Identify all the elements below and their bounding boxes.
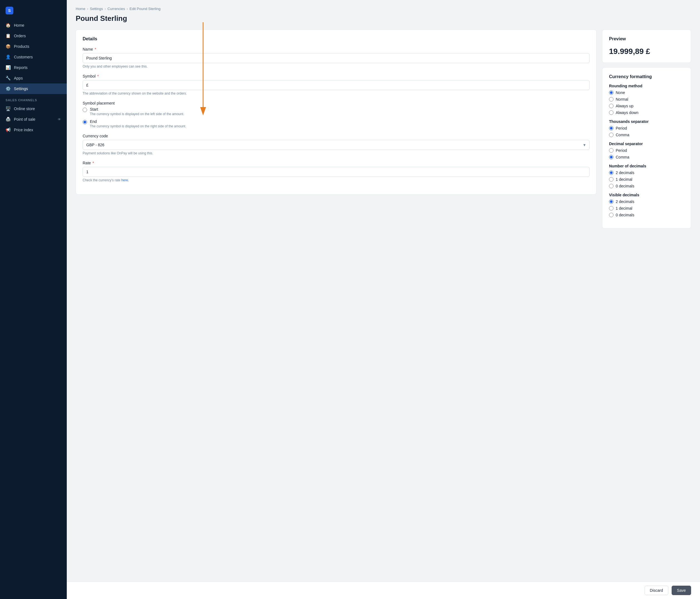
thousands-period[interactable]: Period: [609, 126, 684, 130]
vis-decimals-1-radio[interactable]: [609, 206, 614, 210]
vis-decimals-0[interactable]: 0 decimals: [609, 213, 684, 217]
thousands-period-label: Period: [616, 126, 627, 130]
details-card: Details Name * Only you and other employ…: [76, 29, 597, 195]
rate-field-group: Rate * Check the currency's rate here.: [83, 161, 590, 182]
sidebar-item-reports[interactable]: 📊 Reports: [0, 62, 67, 73]
rounding-always-down-radio[interactable]: [609, 110, 614, 115]
edit-layout: Details Name * Only you and other employ…: [76, 29, 691, 233]
num-decimals-1-label: 1 decimal: [616, 177, 632, 182]
rounding-normal-label: Normal: [616, 97, 628, 102]
rate-hint: Check the currency's rate here.: [83, 178, 590, 182]
num-decimals-2[interactable]: 2 decimals: [609, 171, 684, 175]
rounding-normal[interactable]: Normal: [609, 97, 684, 102]
sidebar-item-customers[interactable]: 👤 Customers: [0, 52, 67, 62]
symbol-placement-end[interactable]: End The currency symbol is displayed on …: [83, 119, 590, 128]
rounding-method-label: Rounding method: [609, 84, 684, 88]
sidebar-item-point-of-sale[interactable]: 🖨️ Point of sale 👁: [0, 114, 67, 125]
home-icon: 🏠: [5, 23, 10, 28]
eye-icon: 👁: [57, 118, 61, 122]
name-label: Name *: [83, 47, 590, 51]
symbol-label: Symbol *: [83, 74, 590, 78]
rounding-always-up-radio[interactable]: [609, 104, 614, 108]
end-label: End: [90, 119, 186, 124]
rounding-normal-radio[interactable]: [609, 97, 614, 102]
symbol-placement-start-radio[interactable]: [83, 108, 87, 112]
vis-decimals-1[interactable]: 1 decimal: [609, 206, 684, 210]
decimal-comma-radio[interactable]: [609, 155, 614, 159]
sidebar-item-orders[interactable]: 📋 Orders: [0, 31, 67, 41]
logo-icon: S: [5, 7, 14, 15]
preview-title: Preview: [609, 36, 684, 42]
breadcrumb-currencies[interactable]: Currencies: [107, 7, 125, 11]
sidebar-item-label: Customers: [14, 55, 33, 59]
currency-formatting-title: Currency formatting: [609, 74, 684, 79]
start-label: Start: [90, 107, 184, 111]
products-icon: 📦: [5, 44, 10, 49]
decimal-comma[interactable]: Comma: [609, 155, 684, 159]
decimal-period-radio[interactable]: [609, 148, 614, 153]
num-decimals-2-label: 2 decimals: [616, 171, 634, 175]
vis-decimals-2-radio[interactable]: [609, 200, 614, 204]
online-store-icon: 🖥️: [5, 106, 10, 111]
currency-formatting-card: Currency formatting Rounding method None…: [602, 67, 691, 229]
symbol-field-group: Symbol * The abbreviation of the currenc…: [83, 74, 590, 95]
rounding-method-group: Rounding method None Normal Always up: [609, 84, 684, 115]
rounding-always-up[interactable]: Always up: [609, 104, 684, 108]
num-decimals-2-radio[interactable]: [609, 171, 614, 175]
orders-icon: 📋: [5, 33, 10, 38]
breadcrumb: Home › Settings › Currencies › Edit Poun…: [76, 7, 691, 11]
preview-value: 19.999,89 £: [609, 47, 684, 56]
currency-code-select-wrapper: GBP - 826 ▼: [83, 140, 590, 150]
thousands-comma-radio[interactable]: [609, 133, 614, 137]
num-decimals-0[interactable]: 0 decimals: [609, 184, 684, 188]
breadcrumb-home[interactable]: Home: [76, 7, 85, 11]
vis-decimals-0-radio[interactable]: [609, 213, 614, 217]
sidebar-item-label: Price index: [14, 128, 33, 132]
sidebar-item-home[interactable]: 🏠 Home: [0, 20, 67, 31]
sidebar-item-online-store[interactable]: 🖥️ Online store: [0, 103, 67, 114]
thousands-comma[interactable]: Comma: [609, 133, 684, 137]
breadcrumb-settings[interactable]: Settings: [90, 7, 103, 11]
rounding-always-up-label: Always up: [616, 104, 633, 108]
sidebar-item-products[interactable]: 📦 Products: [0, 41, 67, 52]
sidebar-item-settings[interactable]: ⚙️ Settings: [0, 83, 67, 94]
num-decimals-1[interactable]: 1 decimal: [609, 177, 684, 182]
start-hint: The currency symbol is displayed on the …: [90, 112, 184, 116]
sidebar-item-label: Home: [14, 23, 24, 28]
save-button[interactable]: Save: [672, 585, 691, 595]
symbol-placement-end-radio[interactable]: [83, 120, 87, 124]
num-decimals-1-radio[interactable]: [609, 177, 614, 182]
rounding-none[interactable]: None: [609, 90, 684, 95]
decimal-comma-label: Comma: [616, 155, 629, 159]
num-decimals-0-label: 0 decimals: [616, 184, 634, 188]
symbol-input[interactable]: [83, 80, 590, 90]
symbol-placement-label: Symbol placement: [83, 101, 590, 105]
decimal-period[interactable]: Period: [609, 148, 684, 153]
number-of-decimals-group: Number of decimals 2 decimals 1 decimal …: [609, 164, 684, 188]
thousands-separator-label: Thousands separator: [609, 119, 684, 124]
vis-decimals-1-label: 1 decimal: [616, 206, 632, 210]
symbol-placement-start[interactable]: Start The currency symbol is displayed o…: [83, 107, 590, 116]
thousands-period-radio[interactable]: [609, 126, 614, 130]
currency-code-group: Currency code GBP - 826 ▼ Payment soluti…: [83, 134, 590, 155]
currency-code-select[interactable]: GBP - 826: [83, 140, 590, 150]
vis-decimals-2[interactable]: 2 decimals: [609, 200, 684, 204]
symbol-placement-group: Symbol placement Start The currency symb…: [83, 101, 590, 128]
sidebar-item-price-index[interactable]: 📢 Price index: [0, 125, 67, 135]
sidebar-logo: S: [0, 3, 67, 20]
discard-button[interactable]: Discard: [645, 585, 668, 595]
rounding-always-down[interactable]: Always down: [609, 110, 684, 115]
num-decimals-0-radio[interactable]: [609, 184, 614, 188]
page-footer: Discard Save: [67, 581, 700, 599]
settings-icon: ⚙️: [5, 86, 10, 91]
rounding-none-radio[interactable]: [609, 90, 614, 95]
apps-icon: 🔧: [5, 76, 10, 81]
sidebar: S 🏠 Home 📋 Orders 📦 Products 👤 Customers…: [0, 0, 67, 599]
rate-input[interactable]: [83, 167, 590, 177]
name-input[interactable]: [83, 53, 590, 63]
rate-hint-link[interactable]: here.: [121, 178, 129, 182]
name-hint: Only you and other employees can see thi…: [83, 64, 590, 69]
sidebar-item-label: Products: [14, 44, 29, 49]
point-of-sale-icon: 🖨️: [5, 117, 10, 122]
sidebar-item-apps[interactable]: 🔧 Apps: [0, 73, 67, 83]
